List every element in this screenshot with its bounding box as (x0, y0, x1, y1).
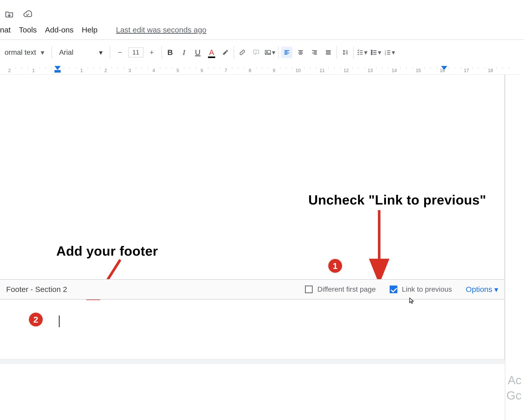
link-to-previous-checkbox[interactable]: Link to previous (390, 285, 452, 293)
text-cursor (59, 315, 60, 327)
footer-options-label: Options (466, 285, 492, 294)
menu-tools[interactable]: Tools (19, 26, 37, 34)
align-right-button[interactable] (309, 47, 320, 58)
folder-move-icon[interactable] (5, 10, 14, 20)
toolbar: ormal text ▾ Arial ▾ − 11 + B I U A (0, 43, 398, 61)
paragraph-style-select[interactable]: ormal text ▾ (3, 48, 49, 57)
svg-point-2 (267, 51, 268, 52)
font-family-label: Arial (59, 48, 73, 56)
footer-section-label: Footer - Section 2 (6, 285, 67, 294)
link-to-previous-label: Link to previous (402, 285, 452, 293)
horizontal-ruler[interactable]: 21123456789101112131415161718 (0, 66, 520, 75)
line-spacing-button[interactable] (340, 47, 351, 58)
annotation-badge-2: 2 (28, 312, 43, 327)
highlight-button[interactable] (220, 47, 231, 58)
mouse-cursor-icon (408, 297, 415, 304)
menu-format[interactable]: nat (0, 26, 11, 34)
font-size-decrease[interactable]: − (115, 48, 125, 57)
svg-point-5 (371, 54, 372, 55)
annotation-text-1: Uncheck "Link to previous" (308, 192, 486, 208)
font-size-input[interactable]: 11 (128, 47, 144, 58)
side-panel (505, 75, 524, 420)
bold-button[interactable]: B (165, 47, 176, 58)
different-first-page-label: Different first page (317, 285, 376, 293)
checkbox-icon (390, 286, 397, 293)
annotation-arrow-1 (372, 210, 387, 277)
chevron-down-icon: ▾ (494, 285, 498, 294)
align-center-button[interactable] (295, 47, 306, 58)
footer-options-button[interactable]: Options ▾ (466, 285, 498, 294)
numbered-list-button[interactable]: 123 ▾ (384, 47, 395, 58)
svg-point-4 (371, 52, 372, 53)
align-left-button[interactable] (281, 47, 292, 58)
menu-addons[interactable]: Add-ons (45, 26, 74, 34)
chevron-down-icon: ▾ (41, 48, 44, 57)
insert-link-button[interactable] (237, 47, 248, 58)
underline-button[interactable]: U (192, 47, 203, 58)
bulleted-list-button[interactable]: ▾ (370, 47, 381, 58)
footer-toolbar: Footer - Section 2 Different first page … (0, 279, 504, 300)
insert-image-button[interactable]: ▾ (264, 47, 276, 58)
menubar: nat Tools Add-ons Help Last edit was sec… (0, 26, 206, 34)
footer-edit-area[interactable]: 2 (0, 300, 504, 359)
side-panel-text-1: Ac (508, 373, 521, 387)
side-panel-text-2: Gc (506, 389, 521, 402)
annotation-text-2: Add your footer (56, 243, 158, 259)
cloud-check-icon[interactable] (23, 10, 32, 20)
annotation-badge-1: 1 (328, 258, 343, 274)
chevron-down-icon: ▾ (99, 48, 103, 57)
add-comment-button[interactable] (250, 47, 262, 58)
align-justify-button[interactable] (323, 47, 334, 58)
last-edit-link[interactable]: Last edit was seconds ago (116, 26, 206, 34)
italic-button[interactable]: I (178, 47, 190, 58)
paragraph-style-label: ormal text (5, 48, 36, 56)
svg-point-3 (371, 50, 372, 51)
menu-help[interactable]: Help (82, 26, 98, 34)
checkbox-icon (305, 286, 313, 293)
font-family-select[interactable]: Arial ▾ (54, 48, 107, 57)
checklist-button[interactable]: ▾ (356, 47, 368, 58)
document-page[interactable]: Uncheck "Link to previous" Add your foot… (0, 75, 505, 361)
different-first-page-checkbox[interactable]: Different first page (305, 285, 376, 293)
svg-text:3: 3 (385, 53, 386, 56)
text-color-button[interactable]: A (206, 47, 217, 58)
font-size-increase[interactable]: + (147, 48, 156, 57)
page-gap (0, 359, 505, 364)
